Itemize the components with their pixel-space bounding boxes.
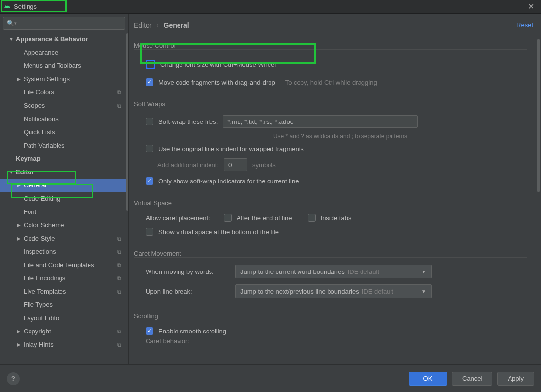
caret-icon [17,236,23,241]
sidebar-scrollbar[interactable] [126,33,128,211]
project-scope-icon: ⧉ [117,102,121,109]
select-upon-line-break[interactable]: Jump to the next/previous line boundarie… [235,284,432,298]
opt-virtual-bottom[interactable]: Show virtual space at the bottom of the … [134,225,527,239]
ok-button[interactable]: OK [409,372,447,386]
additional-indent-input[interactable] [224,158,247,171]
select-words-hint: IDE default [348,268,379,275]
sidebar-item-label: Editor [16,168,34,176]
project-scope-icon: ⧉ [117,262,121,269]
sidebar-item-label: Live Templates [24,288,66,295]
sidebar-item-label: File Encodings [24,274,65,282]
opt-softwrap-indicators[interactable]: Only show soft-wrap indicators for the c… [134,174,527,188]
checkbox-inside-tabs[interactable] [308,214,316,222]
label-caret-placement: Allow caret placement: [146,214,210,222]
opt-caret-behavior-cut: Caret behavior: [134,338,527,344]
checkbox-virtual-bottom[interactable] [146,228,153,236]
breadcrumb-editor[interactable]: Editor [134,21,152,29]
sidebar-item-inspections[interactable]: Inspections⧉ [0,245,128,258]
cancel-button[interactable]: Cancel [452,372,492,386]
sidebar-item-editor[interactable]: Editor [0,165,128,179]
sidebar-item-label: File and Code Templates [24,261,94,269]
section-title-mouse: Mouse Control [134,42,180,49]
help-button[interactable]: ? [7,372,20,385]
sidebar-item-label: Path Variables [24,142,65,149]
apply-button[interactable]: Apply [497,372,534,386]
select-words-value: Jump to the current word boundaries [240,268,345,275]
checkbox-after-eol[interactable] [224,214,232,222]
sidebar-item-copyright[interactable]: Copyright⧉ [0,325,128,338]
checkbox-smooth-scrolling[interactable] [146,327,153,335]
sidebar-item-layout-editor[interactable]: Layout Editor [0,311,128,325]
opt-change-font-size[interactable]: Change font size with Ctrl+Mouse Wheel [134,54,527,75]
sidebar-item-label: Layout Editor [24,314,61,322]
opt-soft-wrap-files[interactable]: Soft-wrap these files: [134,112,527,131]
label-symbols: symbols [252,161,276,169]
checkbox-softwrap-indicators[interactable] [146,177,153,185]
opt-smooth-scrolling[interactable]: Enable smooth scrolling [134,324,527,338]
hint-wildcards: Use * and ? as wildcards and ; to separa… [134,131,527,142]
label-caret-behavior-cut: Caret behavior: [146,338,189,344]
soft-wrap-files-input[interactable] [223,115,418,128]
select-moving-by-words[interactable]: Jump to the current word boundaries IDE … [235,265,432,278]
sidebar-item-label: Keymap [16,155,41,162]
label-upon-line-break: Upon line break: [146,288,230,295]
caret-icon [17,76,23,82]
content-scrollbar[interactable] [537,39,540,192]
project-scope-icon: ⧉ [117,288,121,295]
sidebar-item-label: Scopes [24,102,45,109]
checkbox-drag-and-drop[interactable] [146,78,153,86]
sidebar-item-file-encodings[interactable]: File Encodings⧉ [0,271,128,285]
close-icon[interactable]: ✕ [525,2,537,11]
breadcrumb: Editor › General [134,21,189,29]
reset-link[interactable]: Reset [516,21,533,29]
sidebar-item-scopes[interactable]: Scopes⧉ [0,99,128,112]
settings-tree[interactable]: Appearance & BehaviorAppearanceMenus and… [0,32,128,364]
checkbox-original-indent[interactable] [146,145,153,152]
section-title-caret: Caret Movement [134,250,185,257]
sidebar-item-live-templates[interactable]: Live Templates⧉ [0,285,128,298]
sidebar-item-font[interactable]: Font [0,205,128,218]
sidebar-item-appearance-behavior[interactable]: Appearance & Behavior [0,32,128,46]
sidebar-item-general[interactable]: General [0,179,128,192]
sidebar-item-inlay-hints[interactable]: Inlay Hints⧉ [0,338,128,351]
sidebar-item-quick-lists[interactable]: Quick Lists [0,125,128,139]
sidebar-item-label: Code Style [24,235,55,242]
sidebar-item-label: Code Editing [24,195,60,202]
select-break-hint: IDE default [362,288,393,295]
sidebar-item-system-settings[interactable]: System Settings [0,72,128,86]
checkbox-soft-wrap-files[interactable] [146,118,153,125]
section-title-virtual: Virtual Space [134,199,176,207]
sidebar-item-color-scheme[interactable]: Color Scheme [0,218,128,232]
title-bar: Settings ✕ [0,0,541,14]
caret-icon [9,169,15,175]
sidebar-item-file-colors[interactable]: File Colors⧉ [0,86,128,99]
sidebar-item-keymap[interactable]: Keymap [0,152,128,165]
caret-icon [17,342,23,347]
opt-additional-indent: Add additional indent: symbols [134,155,527,174]
sidebar-item-label: System Settings [24,75,70,83]
sidebar-item-code-editing[interactable]: Code Editing [0,192,128,205]
sidebar-item-label: Quick Lists [24,128,55,136]
sidebar-item-notifications[interactable]: Notifications [0,112,128,125]
sidebar-item-appearance[interactable]: Appearance [0,46,128,59]
sidebar-item-code-style[interactable]: Code Style⧉ [0,232,128,245]
label-smooth-scrolling: Enable smooth scrolling [158,328,226,335]
sidebar-item-menus-and-toolbars[interactable]: Menus and Toolbars [0,59,128,72]
opt-upon-line-break: Upon line break: Jump to the next/previo… [134,281,527,301]
dialog-footer: ? OK Cancel Apply [0,364,541,392]
sidebar-item-path-variables[interactable]: Path Variables [0,139,128,152]
sidebar-item-label: Font [24,208,36,215]
sidebar-item-file-types[interactable]: File Types [0,298,128,311]
search-icon: 🔍▾ [7,20,17,27]
caret-icon [9,36,15,42]
opt-drag-and-drop[interactable]: Move code fragments with drag-and-drop T… [134,75,527,89]
section-scrolling: Scrolling Enable smooth scrolling Caret … [134,312,527,344]
sidebar-item-file-and-code-templates[interactable]: File and Code Templates⧉ [0,258,128,271]
chevron-down-icon: ▼ [421,269,426,274]
project-scope-icon: ⧉ [117,248,121,255]
label-change-font-size: Change font size with Ctrl+Mouse Wheel [160,61,276,68]
select-break-value: Jump to the next/previous line boundarie… [240,288,359,295]
search-input[interactable] [3,17,125,30]
checkbox-change-font-size[interactable] [146,60,155,69]
opt-original-indent[interactable]: Use the original line's indent for wrapp… [134,142,527,155]
